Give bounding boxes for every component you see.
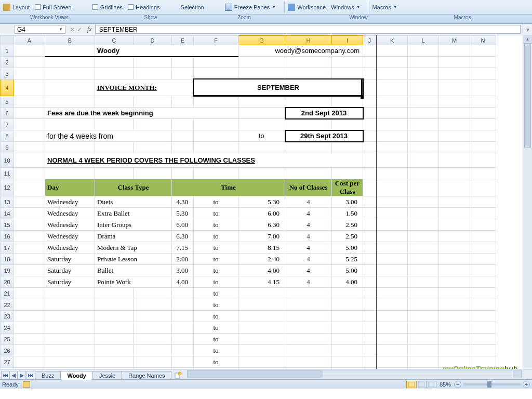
cell-B16[interactable]: Wednesday	[45, 231, 95, 242]
cell-A18[interactable]	[14, 254, 45, 265]
row-header-12[interactable]: 12	[1, 179, 14, 196]
cell-B17[interactable]: Wednesday	[45, 242, 95, 254]
cell-A21[interactable]	[14, 288, 45, 299]
scroll-thumb[interactable]	[188, 370, 323, 378]
cell-K11[interactable]	[377, 168, 408, 179]
insert-worksheet-icon[interactable]	[174, 371, 183, 379]
cell-I12[interactable]: Cost per Class	[332, 179, 363, 196]
cell-C23[interactable]	[95, 311, 134, 322]
cell-A13[interactable]	[14, 196, 45, 208]
cell-N4[interactable]	[470, 79, 496, 96]
cell-F27[interactable]: to	[194, 356, 238, 368]
row-header-16[interactable]: 16	[1, 231, 14, 242]
cell-J21[interactable]	[363, 288, 377, 299]
cell-G6[interactable]	[238, 108, 285, 119]
cell-G18[interactable]: 2.40	[238, 254, 285, 265]
name-box[interactable]: G4 ▼	[15, 25, 65, 34]
cell-C16[interactable]: Drama	[95, 231, 172, 242]
row-header-24[interactable]: 24	[1, 322, 14, 334]
cell-G15[interactable]: 6.30	[238, 219, 285, 231]
cell-L26[interactable]	[408, 345, 439, 356]
cell-D22[interactable]	[134, 299, 172, 311]
cell-J18[interactable]	[363, 254, 377, 265]
cell-L25[interactable]	[408, 334, 439, 345]
cell-B19[interactable]: Saturday	[45, 265, 95, 276]
cell-G5[interactable]	[238, 96, 285, 108]
column-header-N[interactable]: N	[470, 36, 496, 45]
cell-F9[interactable]	[194, 142, 238, 153]
column-header-K[interactable]: K	[377, 36, 408, 45]
cell-N18[interactable]	[470, 254, 496, 265]
zoom-slider-thumb[interactable]	[487, 381, 491, 388]
cell-B21[interactable]	[45, 288, 95, 299]
cell-E3[interactable]	[172, 68, 194, 79]
cell-N22[interactable]	[470, 299, 496, 311]
cell-K19[interactable]	[377, 265, 408, 276]
cell-E5[interactable]	[172, 96, 194, 108]
cell-A11[interactable]	[14, 168, 45, 179]
cell-A15[interactable]	[14, 219, 45, 231]
cell-F26[interactable]: to	[194, 345, 238, 356]
cell-F5[interactable]	[194, 96, 238, 108]
cell-K13[interactable]	[377, 196, 408, 208]
cell-A8[interactable]	[14, 130, 45, 142]
cell-A19[interactable]	[14, 265, 45, 276]
cell-C11[interactable]	[95, 168, 134, 179]
cell-F25[interactable]: to	[194, 334, 238, 345]
row-header-21[interactable]: 21	[1, 288, 14, 299]
column-header-M[interactable]: M	[439, 36, 470, 45]
ribbon-gridlines-label[interactable]: Gridlines	[100, 4, 123, 10]
cell-I13[interactable]: 3.00	[332, 196, 363, 208]
cell-H15[interactable]: 4	[285, 219, 332, 231]
cell-C9[interactable]	[95, 142, 134, 153]
cell-L15[interactable]	[408, 219, 439, 231]
cell-H13[interactable]: 4	[285, 196, 332, 208]
cell-C21[interactable]	[95, 288, 134, 299]
cell-E21[interactable]	[172, 288, 194, 299]
ribbon-macros-label[interactable]: Macros	[373, 4, 391, 10]
cell-M8[interactable]	[439, 130, 470, 142]
cell-A16[interactable]	[14, 231, 45, 242]
cell-H11[interactable]	[285, 168, 332, 179]
cell-L6[interactable]	[408, 108, 439, 119]
cell-I2[interactable]	[332, 57, 363, 68]
cell-H25[interactable]	[285, 334, 332, 345]
ribbon-selection-label[interactable]: Selection	[181, 4, 204, 10]
column-header-H[interactable]: H	[285, 36, 332, 45]
cell-B23[interactable]	[45, 311, 95, 322]
cell-H8[interactable]: 29th Sept 2013	[285, 130, 363, 142]
cell-L11[interactable]	[408, 168, 439, 179]
cell-E13[interactable]: 4.30	[172, 196, 194, 208]
cell-N8[interactable]	[470, 130, 496, 142]
cell-H23[interactable]	[285, 311, 332, 322]
cell-J8[interactable]	[363, 130, 377, 142]
cell-J25[interactable]	[363, 334, 377, 345]
cell-B14[interactable]: Wednesday	[45, 208, 95, 219]
cell-N14[interactable]	[470, 208, 496, 219]
cell-G25[interactable]	[238, 334, 285, 345]
cell-F11[interactable]	[194, 168, 238, 179]
cell-B9[interactable]	[45, 142, 95, 153]
cell-K17[interactable]	[377, 242, 408, 254]
cell-E2[interactable]	[172, 57, 194, 68]
cell-D9[interactable]	[134, 142, 172, 153]
cell-A25[interactable]	[14, 334, 45, 345]
cell-M9[interactable]	[439, 142, 470, 153]
cell-L1[interactable]	[408, 45, 439, 57]
cell-F20[interactable]: to	[194, 276, 238, 288]
column-header-L[interactable]: L	[408, 36, 439, 45]
cell-E24[interactable]	[172, 322, 194, 334]
cell-L23[interactable]	[408, 311, 439, 322]
cell-G1[interactable]: woody@somecompany.com	[238, 45, 363, 57]
cell-E22[interactable]	[172, 299, 194, 311]
cell-E14[interactable]: 5.30	[172, 208, 194, 219]
cell-C27[interactable]	[95, 356, 134, 368]
cell-H27[interactable]	[285, 356, 332, 368]
cell-G20[interactable]: 4.15	[238, 276, 285, 288]
cell-G7[interactable]	[238, 119, 285, 130]
cell-N9[interactable]	[470, 142, 496, 153]
page-break-view-button[interactable]	[426, 381, 436, 388]
cell-K22[interactable]	[377, 299, 408, 311]
cell-L4[interactable]	[408, 79, 439, 96]
cell-N11[interactable]	[470, 168, 496, 179]
